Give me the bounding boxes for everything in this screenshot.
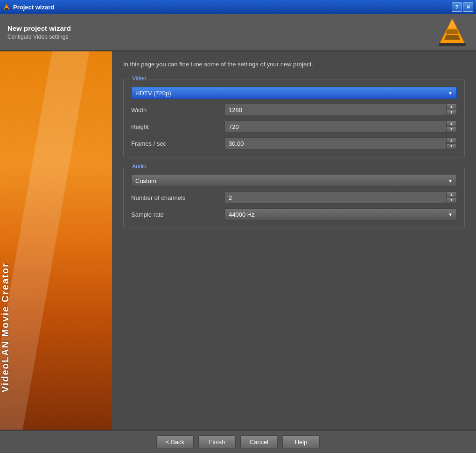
height-row: Height ▲ ▼ [131, 120, 457, 133]
samplerate-row: Sample rate 44000 Hz 48000 Hz 22050 Hz 1… [131, 208, 457, 220]
wizard-title: New project wizard [7, 24, 71, 32]
fps-label: Frames / sec [131, 140, 224, 147]
close-button[interactable]: ✕ [463, 2, 473, 12]
wizard-subtitle: Configure Video settings [7, 34, 71, 40]
vlc-logo [436, 16, 469, 48]
svg-rect-7 [439, 43, 466, 46]
cancel-button[interactable]: Cancel [240, 435, 278, 448]
svg-marker-6 [446, 29, 459, 34]
audio-legend: Audio [129, 163, 149, 170]
video-legend: Video [129, 75, 149, 82]
channels-label: Number of channels [131, 194, 224, 201]
fps-spin-down[interactable]: ▼ [446, 144, 456, 149]
width-spinner[interactable]: ▲ ▼ [224, 104, 457, 116]
width-input[interactable] [224, 104, 457, 116]
audio-section: Audio Custom Stereo 44100Hz Surround 480… [123, 167, 465, 228]
video-preset-dropdown[interactable]: HDTV (720p) SDTV (480p) 4K UHD Custom ▼ [131, 87, 457, 99]
video-preset-select[interactable]: HDTV (720p) SDTV (480p) 4K UHD Custom [131, 87, 457, 99]
height-spinner[interactable]: ▲ ▼ [224, 120, 457, 133]
help-bottom-button[interactable]: Help [282, 435, 320, 448]
audio-preset-dropdown[interactable]: Custom Stereo 44100Hz Surround 48000Hz ▼ [131, 175, 457, 187]
header: New project wizard Configure Video setti… [0, 14, 476, 51]
intro-text: In this page you can fine tune some of t… [123, 61, 465, 68]
samplerate-label: Sample rate [131, 211, 224, 218]
app-name: VideoLAN Movie Creator [0, 262, 112, 392]
height-spinner-buttons: ▲ ▼ [446, 121, 456, 132]
content-area: In this page you can fine tune some of t… [112, 51, 476, 430]
fps-row: Frames / sec ▲ ▼ [131, 137, 457, 149]
height-label: Height [131, 123, 224, 130]
channels-row: Number of channels ▲ ▼ [131, 191, 457, 204]
finish-button[interactable]: Finish [198, 435, 236, 448]
channels-spin-down[interactable]: ▼ [446, 198, 456, 204]
title-bar: Project wizard ? ✕ [0, 0, 476, 14]
app-icon [3, 3, 10, 11]
sidebar: VideoLAN Movie Creator [0, 51, 112, 430]
window-title: Project wizard [13, 4, 54, 11]
fps-spin-up[interactable]: ▲ [446, 138, 456, 144]
audio-preset-wrap: Custom Stereo 44100Hz Surround 48000Hz ▼ [131, 175, 457, 187]
width-spin-up[interactable]: ▲ [446, 104, 456, 110]
samplerate-dropdown[interactable]: 44000 Hz 48000 Hz 22050 Hz 11025 Hz ▼ [224, 208, 457, 220]
samplerate-select[interactable]: 44000 Hz 48000 Hz 22050 Hz 11025 Hz [224, 208, 457, 220]
channels-spin-up[interactable]: ▲ [446, 192, 456, 198]
width-spin-down[interactable]: ▼ [446, 110, 456, 116]
svg-rect-1 [5, 8, 8, 9]
svg-marker-5 [444, 35, 460, 40]
channels-input[interactable] [224, 191, 457, 204]
svg-marker-4 [448, 19, 457, 28]
svg-rect-2 [5, 9, 8, 10]
video-section: Video HDTV (720p) SDTV (480p) 4K UHD Cus… [123, 79, 465, 157]
fps-input[interactable] [224, 137, 457, 149]
video-preset-wrap: HDTV (720p) SDTV (480p) 4K UHD Custom ▼ [131, 87, 457, 99]
width-row: Width ▲ ▼ [131, 104, 457, 116]
video-preset-row: HDTV (720p) SDTV (480p) 4K UHD Custom ▼ [131, 87, 457, 99]
channels-spinner-buttons: ▲ ▼ [446, 192, 456, 203]
fps-spinner-buttons: ▲ ▼ [446, 138, 456, 149]
width-label: Width [131, 106, 224, 113]
height-input[interactable] [224, 120, 457, 133]
help-button[interactable]: ? [452, 2, 462, 12]
height-spin-up[interactable]: ▲ [446, 121, 456, 127]
audio-preset-select[interactable]: Custom Stereo 44100Hz Surround 48000Hz [131, 175, 457, 187]
fps-spinner[interactable]: ▲ ▼ [224, 137, 457, 149]
height-spin-down[interactable]: ▼ [446, 127, 456, 133]
back-button[interactable]: < Back [156, 435, 194, 448]
bottom-bar: < Back Finish Cancel Help [0, 430, 476, 453]
width-spinner-buttons: ▲ ▼ [446, 104, 456, 115]
channels-spinner[interactable]: ▲ ▼ [224, 191, 457, 204]
audio-preset-row: Custom Stereo 44100Hz Surround 48000Hz ▼ [131, 175, 457, 187]
